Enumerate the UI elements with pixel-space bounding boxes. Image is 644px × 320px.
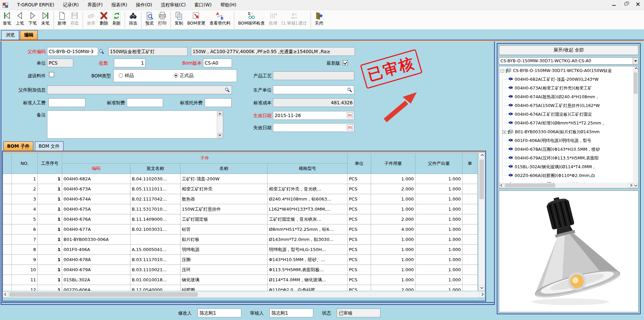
close-button[interactable] [635, 1, 641, 7]
tab-browse[interactable]: 浏览 [1, 30, 19, 40]
table-hscrollbar[interactable] [3, 291, 485, 297]
add-button[interactable]: 新增 [55, 11, 68, 26]
remark-scrollbar[interactable] [217, 111, 223, 138]
tree-item[interactable]: 004H0-679A(压环)(Φ113.5*H5MM,表面阳 [499, 154, 633, 163]
table-row[interactable]: 10 1 004H0-679A B.03.1110021... 压环 Φ113.… [3, 265, 478, 275]
print-button[interactable]: 打印 [156, 11, 169, 26]
tab-bom-children[interactable]: BOM 子件 [3, 141, 33, 151]
tree-item[interactable]: 004H0-677A(铝管)(Ø8mm*H51*T2.25mm， [499, 119, 633, 128]
table-row[interactable]: 2 1 004H0-673A B.05.1111011... 相变工矿灯外壳 相… [3, 184, 478, 194]
tree-hscrollbar[interactable] [499, 183, 633, 188]
bom-version-field[interactable]: CS-A0 [203, 59, 232, 67]
table-row[interactable]: 7 1 B01-BYB00330-006A 贴片灯板 Ø143mm*T2.0mm… [3, 235, 478, 245]
bom-type-sample-radio[interactable] [119, 73, 123, 78]
menu-item[interactable]: 窗口(W) [190, 1, 216, 9]
latest-version-checkbox[interactable] [343, 60, 348, 65]
row-selector-cell[interactable] [3, 174, 12, 184]
table-row[interactable]: 8 1 001F0-406A A.15.0005041... 明纬电源 明纬电源… [3, 245, 478, 255]
scroll-right-icon[interactable] [479, 291, 485, 297]
tree-item[interactable]: 004H0-673A(相变工矿灯外壳)(相变工矿 [499, 84, 633, 93]
tree-item[interactable]: 004H0-678A(压圈)(Φ143*H10.5MM，喷砂 [499, 145, 633, 154]
col-seq[interactable]: 工序序号 [38, 153, 62, 174]
scroll-left-icon[interactable] [499, 183, 504, 188]
table-row[interactable]: 6 1 004H0-677A B.02.1003031... 铝管 Ø8mm*H… [3, 224, 478, 235]
row-selector-cell[interactable] [3, 235, 12, 245]
tree-item[interactable]: 004H0-675A(150W工矿灯悬挂件)(L162*W [499, 101, 633, 110]
col-unit[interactable]: 单位 [348, 153, 371, 174]
table-vscrollbar[interactable] [479, 153, 485, 291]
row-selector-cell[interactable] [3, 255, 12, 265]
minimize-button[interactable] [611, 1, 616, 7]
table-row[interactable]: 5 1 004H0-676A B.11.1409000... 工矿灯固定板 工矿… [3, 214, 478, 224]
row-selector-cell[interactable] [3, 204, 12, 214]
calendar-icon[interactable]: 31 [347, 125, 353, 130]
table-row[interactable]: 12 1 002Z0-606A B.12.0540000... 硅胶圈 Φ110… [3, 285, 478, 291]
parent-code-field[interactable]: CS-BYB-O-150MW-3 [47, 47, 98, 56]
menu-item[interactable]: T-GROUP ERP(E) [13, 1, 58, 9]
menu-item[interactable]: 报表(R) [107, 1, 132, 9]
restore-button[interactable] [623, 1, 629, 7]
copy-button[interactable]: 复制 [172, 11, 185, 26]
scroll-down-icon[interactable] [479, 285, 485, 291]
tree-item[interactable]: 004H0-676A(工矿灯固定板)(工矿灯固定 [499, 110, 633, 119]
table-row[interactable]: 4 1 004H0-675A B.11.5317010... 150W工矿灯悬挂… [3, 204, 478, 214]
col-code[interactable]: 编码 [62, 164, 130, 174]
col-spec[interactable]: 规格型号 [268, 164, 348, 174]
scroll-left-icon[interactable] [3, 291, 8, 297]
scroll-right-icon[interactable] [628, 183, 633, 188]
tree-item[interactable]: 002Z0-606A(硅胶圈)(Φ110*Φ2.0mm,白 [499, 171, 633, 180]
view-substitute-button[interactable]: AB 查看替代料 [207, 11, 233, 26]
scroll-down-icon[interactable] [217, 133, 223, 138]
remark-textarea[interactable] [47, 110, 223, 139]
tree-item[interactable]: 015BL-302A(钢化玻璃)(Ø114*T4.0MM， [499, 163, 633, 171]
scroll-thumb[interactable] [505, 183, 555, 187]
table-row[interactable]: 1 1 004H0-682A B.04.1102030... 工矿灯-顶盖-20… [3, 174, 478, 184]
menu-item[interactable]: 操作(O) [131, 1, 156, 9]
tree-item[interactable]: 004H0-674A(散热器)(Ø240.4*H108mm， [499, 93, 633, 101]
expire-date-field[interactable] [273, 123, 354, 132]
tree-expand-icon[interactable] [500, 69, 504, 73]
scroll-up-icon[interactable] [633, 66, 638, 71]
production-unit-field[interactable] [273, 85, 354, 94]
row-selector-cell[interactable] [3, 184, 12, 194]
row-selector-cell[interactable] [3, 245, 12, 255]
col-name[interactable]: 名称 [180, 164, 268, 174]
menu-item[interactable]: 界面(F) [83, 1, 107, 9]
parent-extra-lookup-button[interactable] [224, 86, 231, 94]
row-selector-cell[interactable] [3, 285, 12, 291]
bom-type-formal-radio[interactable] [174, 73, 178, 78]
bom-change-button[interactable]: BOM变更 [185, 11, 207, 26]
col-english-name[interactable]: 英文名称 [130, 164, 180, 174]
scroll-down-icon[interactable] [633, 183, 638, 188]
next-record-button[interactable]: 下笔 [26, 11, 39, 26]
preview-button[interactable]: 预览 [143, 11, 156, 26]
tab-edit[interactable]: 编辑 [20, 30, 38, 40]
delete-button[interactable]: 删除 [97, 11, 110, 26]
scroll-thumb[interactable] [479, 159, 484, 199]
std-mfg-field[interactable] [127, 98, 163, 107]
std-outsource-field[interactable] [205, 98, 232, 107]
menu-item[interactable]: 记录(R) [58, 1, 83, 9]
row-selector-cell[interactable] [3, 275, 12, 285]
virtual-part-checkbox[interactable] [49, 72, 54, 77]
row-selector-cell[interactable] [3, 194, 12, 204]
first-record-button[interactable]: 首笔 [1, 11, 13, 26]
scroll-up-icon[interactable] [479, 153, 485, 158]
row-selector-cell[interactable] [3, 265, 12, 275]
table-row[interactable]: 11 1 015BL-302A B.01.0010018... 钢化玻璃 Ø11… [3, 275, 478, 285]
col-no[interactable]: NO. [12, 153, 38, 174]
filter-button[interactable]: 筛选 [127, 11, 139, 26]
menu-item[interactable]: 流程审核(C) [157, 1, 190, 9]
table-row[interactable]: 9 1 004H0-678A B.03.1117010... 压圈 Φ143*H… [3, 255, 478, 265]
col-qty[interactable]: 子件用量 [371, 153, 415, 174]
tree-item[interactable]: 001F0-406A(明纬电源)(明纬电源，型号 [499, 136, 633, 145]
row-selector-cell[interactable] [3, 214, 12, 224]
bom-loop-check-button[interactable]: 1 BOM循环检查 [236, 11, 267, 26]
col-output[interactable]: 父件产出量 [415, 153, 462, 174]
tab-bom-files[interactable]: BOM 文件 [35, 141, 64, 151]
table-row[interactable]: 3 1 004H0-674A B.02.1117042... 散热器 Ø240.… [3, 194, 478, 204]
expand-collapse-all-button[interactable]: 展开/收起 全部 [499, 45, 639, 55]
batch-field[interactable]: 1 [114, 59, 146, 67]
calendar-icon[interactable]: 31 [347, 112, 353, 118]
std-labor-field[interactable] [48, 98, 85, 107]
